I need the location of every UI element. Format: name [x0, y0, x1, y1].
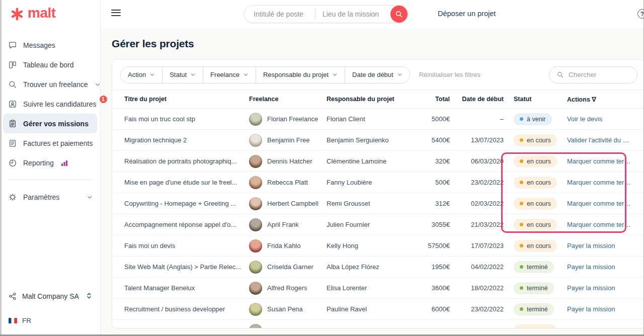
- dashboard-icon: [8, 60, 17, 69]
- action-cell: Payer la mission: [562, 242, 633, 249]
- column-header: Statut: [504, 96, 562, 103]
- sidebar-item-trouver-un-freelance[interactable]: Trouver un freelance: [0, 74, 100, 94]
- freelance-cell[interactable]: Alfred Rogers: [249, 282, 327, 295]
- freelance-cell[interactable]: [249, 324, 327, 329]
- freelance-cell[interactable]: Rebecca Platt: [249, 176, 327, 189]
- freelance-cell[interactable]: Herbert Campbell: [249, 197, 327, 210]
- action-cell: Payer la mission: [562, 284, 633, 292]
- chevron-down-icon: [243, 72, 249, 77]
- freelance-cell[interactable]: Criselda Garner: [249, 261, 327, 274]
- gear-icon: [8, 193, 17, 202]
- table-row[interactable]: Fais moi un truc cool stpFlorian Freelan…: [112, 109, 644, 130]
- table-row[interactable]: Copywriting - Homepage + Greeting ...Her…: [112, 193, 644, 214]
- status-cell: en cours: [504, 240, 562, 252]
- start-date: 17/07/2023: [450, 242, 504, 249]
- hamburger-menu-icon[interactable]: [111, 10, 121, 18]
- sidebar: malt MessagesTableau de bordTrouver un f…: [0, 0, 101, 336]
- row-action-link[interactable]: Marquer comme terminé: [567, 200, 633, 207]
- action-cell: Voir le devis: [562, 115, 633, 123]
- sidebar-item-tableau-de-bord[interactable]: Tableau de bord: [0, 55, 100, 74]
- freelance-cell[interactable]: April Frank: [249, 218, 327, 231]
- freelance-avatar: [249, 218, 262, 231]
- malt-logo[interactable]: malt: [0, 0, 100, 28]
- status-badge: en cours: [514, 324, 557, 329]
- chat-icon: [8, 41, 17, 50]
- language-selector[interactable]: FR: [0, 310, 100, 331]
- company-switcher[interactable]: Malt Company SA: [0, 286, 100, 307]
- freelance-cell[interactable]: Frida Kahlo: [249, 239, 327, 253]
- table-row[interactable]: Mise en page d'une étude sur le freel...…: [112, 172, 644, 193]
- status-cell: terminé: [504, 261, 562, 273]
- sidebar-item-parametres[interactable]: Paramètres: [0, 187, 100, 207]
- freelance-cell[interactable]: Benjamin Free: [249, 134, 327, 147]
- chevron-down-icon: [397, 72, 403, 77]
- filter-action[interactable]: Action: [121, 67, 162, 83]
- table-row[interactable]: en cours: [112, 320, 644, 328]
- row-action-link[interactable]: Payer la mission: [567, 263, 615, 271]
- column-header: Titre du projet: [124, 96, 249, 103]
- table-row[interactable]: Recruitment / business developperSusan P…: [112, 299, 644, 320]
- row-action-link[interactable]: Marquer comme terminé: [567, 221, 633, 228]
- table-row[interactable]: Accompagnement réponse appel d'o...April…: [112, 214, 644, 235]
- project-title: Recruitment / business developper: [124, 305, 249, 313]
- chevron-updown-icon: [86, 292, 92, 301]
- sidebar-item-suivre-les-candidatures[interactable]: Suivre les candidatures1: [0, 94, 100, 114]
- post-project-link[interactable]: Déposer un projet: [438, 10, 496, 18]
- reset-filters-link[interactable]: Réinitialiser les filtres: [419, 71, 480, 78]
- row-action-link[interactable]: Valider l'activité du mois: [567, 136, 633, 144]
- row-action-link[interactable]: Voir le devis: [567, 115, 602, 123]
- sidebar-item-gerer-vos-missions[interactable]: Gérer vos missions: [3, 114, 97, 133]
- row-action-link[interactable]: Marquer comme terminé: [567, 179, 633, 186]
- freelance-avatar: [249, 176, 262, 189]
- project-total: 500€: [402, 179, 450, 186]
- freelance-cell[interactable]: Susan Pena: [249, 303, 327, 316]
- column-header[interactable]: Actions ∇: [562, 96, 633, 103]
- start-date: 18/02/2022: [450, 284, 504, 292]
- table-header-row: Titre du projetFreelanceResponsable du p…: [112, 90, 644, 109]
- row-action-link[interactable]: Marquer comme terminé: [567, 157, 633, 165]
- row-action-link[interactable]: Payer la mission: [567, 305, 615, 313]
- sidebar-nav: MessagesTableau de bordTrouver un freela…: [0, 28, 100, 207]
- table-row[interactable]: Site Web Malt (Anglais) > Partie Relec..…: [112, 257, 644, 278]
- brand-wordmark: malt: [28, 6, 56, 22]
- filter-date-de-debut[interactable]: Date de début: [345, 67, 410, 83]
- freelance-cell[interactable]: Florian Freelance: [249, 113, 327, 126]
- row-action-link[interactable]: Payer la mission: [567, 242, 615, 249]
- chevron-down-icon: [190, 72, 196, 77]
- table-row[interactable]: Fais moi un devisFrida KahloKelly Hong57…: [112, 235, 644, 257]
- project-total: 1950€: [402, 263, 450, 271]
- filter-freelance[interactable]: Freelance: [203, 67, 256, 83]
- project-title: Fais moi un devis: [124, 242, 249, 249]
- search-submit-button[interactable]: [390, 6, 408, 23]
- sidebar-item-reporting[interactable]: Reporting: [0, 153, 100, 173]
- filter-label: Responsable du projet: [263, 71, 329, 78]
- status-dot: [520, 117, 523, 121]
- filter-statut[interactable]: Statut: [162, 67, 203, 83]
- status-badge: en cours: [514, 240, 557, 252]
- filter-responsable-du-projet[interactable]: Responsable du projet: [256, 67, 345, 83]
- sidebar-item-factures-et-paiements[interactable]: Factures et paiements: [0, 133, 100, 153]
- sidebar-item-label: Paramètres: [23, 193, 59, 201]
- table-row[interactable]: Réalisation de portraits photographiq...…: [112, 151, 644, 172]
- french-flag-icon: [9, 318, 17, 323]
- project-total: 5000€: [402, 115, 450, 123]
- row-action-link[interactable]: Payer la mission: [567, 284, 615, 292]
- status-badge: en cours: [514, 155, 557, 167]
- freelance-cell[interactable]: Dennis Hatcher: [249, 155, 327, 168]
- search-icon: [556, 71, 564, 78]
- sidebar-item-messages[interactable]: Messages: [0, 35, 100, 55]
- main-content: Gérer les projets ActionStatutFreelanceR…: [101, 28, 644, 336]
- table-row[interactable]: Talent Manager BeneluxAlfred RogersElisa…: [112, 278, 644, 299]
- start-date: 13/07/2023: [450, 136, 504, 144]
- start-date: 23/02/2022: [450, 305, 504, 313]
- action-cell: Marquer comme terminé: [562, 179, 633, 186]
- search-location-input[interactable]: [315, 10, 381, 18]
- project-total: 6000€: [402, 305, 450, 313]
- table-search-input[interactable]: [569, 71, 624, 78]
- status-cell: en cours: [504, 155, 562, 167]
- table-row[interactable]: Migration technique 2Benjamin FreeBenjam…: [112, 130, 644, 151]
- column-header: Total: [402, 96, 450, 103]
- project-total: 57500€: [402, 242, 450, 249]
- search-job-input[interactable]: [245, 10, 315, 18]
- help-button[interactable]: ?: [637, 9, 644, 19]
